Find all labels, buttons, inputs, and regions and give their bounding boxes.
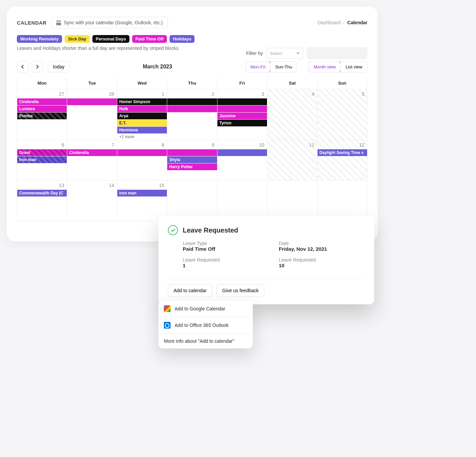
calendar-cell[interactable]: 6GrootIron man	[17, 140, 67, 181]
calendar-event[interactable]: Jasmine	[217, 113, 267, 119]
calendar-cell[interactable]: 3 JasmineTyrion	[217, 89, 267, 140]
sync-label: Sync with your calendar (Google, Outlook…	[64, 20, 162, 25]
day-number: 8	[117, 142, 167, 149]
next-button[interactable]	[32, 61, 43, 72]
calendar-cell[interactable]: 9 ShylaHarry Potter	[167, 140, 217, 181]
calendar-event[interactable]: Groot	[17, 149, 67, 156]
day-number: 5	[318, 91, 367, 98]
breadcrumb-dashboard[interactable]: Dashboard	[318, 20, 341, 25]
calendar-cell[interactable]: 15Iron man	[117, 181, 167, 221]
calendar-event[interactable]: E.T.	[117, 120, 167, 126]
calendar-event[interactable]: Hermione	[117, 127, 167, 133]
calendar-event[interactable]: Daylight Saving Time s	[318, 149, 367, 156]
day-number: 10	[217, 142, 267, 149]
calendar-cell[interactable]	[167, 181, 217, 221]
calendar-cell[interactable]: 7Cinderella	[67, 140, 117, 181]
legend-personal-days[interactable]: Personal Days	[92, 35, 129, 43]
leave-requested-modal: Leave Requested Leave Type Paid Time Off…	[158, 216, 374, 248]
day-number: 6	[17, 142, 67, 149]
breadcrumb-current: Calendar	[347, 20, 367, 25]
day-header: Tue	[67, 77, 117, 89]
calendar-cell[interactable]: 4	[267, 89, 317, 140]
day-header: Mon	[17, 77, 67, 89]
tab-month-view[interactable]: Month view	[308, 61, 341, 72]
calendar-event[interactable]: Harry Potter	[167, 163, 217, 170]
calendar-event[interactable]: Hulk	[117, 105, 167, 112]
calendar-event[interactable]: Lumiere	[17, 105, 67, 112]
calendar-event[interactable]	[167, 149, 217, 156]
calendar-cell[interactable]: 1Homer SimpsonHulkAryaE.T.Hermione+2 mor…	[117, 89, 167, 140]
calendar-cell[interactable]: 27CinderellaLumierePumba	[17, 89, 67, 140]
leave-type-value: Paid Time Off	[183, 246, 269, 248]
calendar-cell[interactable]: 11	[267, 140, 317, 181]
calendar-event[interactable]	[167, 98, 217, 105]
more-events-link[interactable]: +2 more	[117, 134, 167, 140]
calendar-event[interactable]: Cinderella	[17, 98, 67, 105]
tab-list-view[interactable]: List view	[340, 62, 367, 72]
calendar-cell[interactable]: 12Daylight Saving Time s	[318, 140, 367, 181]
filter-row: Filter by Select	[246, 47, 367, 59]
day-header: Sun	[318, 77, 367, 89]
date-value: Friday, Nov 12, 2021	[279, 246, 365, 248]
calendar-event[interactable]: Pumba	[17, 113, 67, 119]
calendar-event[interactable]	[67, 98, 117, 105]
calendar-event[interactable]: Tyrion	[217, 120, 267, 126]
calendar-cell[interactable]	[318, 181, 367, 221]
calendar-cell[interactable]: 14	[67, 181, 117, 221]
calendar-event[interactable]: Iron man	[117, 190, 167, 196]
calendar-cell[interactable]: 13Commonwealth Day (C	[17, 181, 67, 221]
chevron-left-icon	[21, 65, 25, 69]
day-number: 9	[167, 142, 217, 149]
day-number: 7	[67, 142, 117, 149]
calendar-cell[interactable]: 5	[318, 89, 367, 140]
calendar-cell[interactable]: 28	[67, 89, 117, 140]
calendar-event[interactable]	[217, 105, 267, 112]
day-number: 1	[117, 91, 167, 98]
legend-pto[interactable]: Paid Time Off	[132, 35, 167, 43]
day-number: 3	[217, 91, 267, 98]
today-button[interactable]: today	[48, 61, 69, 72]
calendar-cell[interactable]: 8	[117, 140, 167, 181]
calendar-cell[interactable]	[267, 181, 317, 221]
modal-title: Leave Requested	[183, 226, 238, 234]
calendar-icon	[56, 21, 61, 25]
calendar-event[interactable]	[117, 149, 167, 156]
calendar-cell[interactable]: 2	[167, 89, 217, 140]
nav-row: today March 2023 Mon-Fri Sun-Thu Month v…	[17, 61, 367, 72]
calendar-event[interactable]: Cinderella	[67, 149, 117, 156]
tab-mon-fri[interactable]: Mon-Fri	[245, 61, 271, 72]
calendar-event[interactable]: Commonwealth Day (C	[17, 190, 67, 196]
calendar-event[interactable]: Shyla	[167, 156, 217, 163]
day-number: 12	[318, 142, 367, 149]
filter-input[interactable]	[307, 47, 367, 59]
calendar-cell[interactable]	[217, 181, 267, 221]
legend-sick-day[interactable]: Sick Day	[65, 35, 90, 43]
legend-holidays[interactable]: Holidays	[170, 35, 195, 43]
date-label: Date	[279, 241, 365, 246]
calendar-event[interactable]: Homer Simpson	[117, 98, 167, 105]
sync-calendar-button[interactable]: Sync with your calendar (Google, Outlook…	[51, 17, 168, 28]
calendar-event[interactable]: Iron man	[17, 156, 67, 163]
calendar-event[interactable]	[217, 98, 267, 105]
day-number	[318, 182, 367, 184]
calendar-cell[interactable]: 10	[217, 140, 267, 181]
month-title: March 2023	[73, 64, 242, 70]
legend-working-remotely[interactable]: Working Remotely	[17, 35, 62, 43]
day-number: 14	[67, 182, 117, 189]
filter-select[interactable]: Select	[266, 48, 303, 59]
day-header: Sat	[267, 77, 317, 89]
calendar-event[interactable]	[167, 105, 217, 112]
chevron-right-icon	[35, 65, 39, 69]
prev-button[interactable]	[17, 61, 28, 72]
calendar-event[interactable]: Arya	[117, 113, 167, 119]
day-number	[217, 182, 267, 184]
day-header: Wed	[117, 77, 167, 89]
filter-label: Filter by	[246, 51, 263, 56]
tab-sun-thu[interactable]: Sun-Thu	[270, 62, 297, 72]
calendar-event[interactable]	[217, 149, 267, 156]
day-number: 2	[167, 91, 217, 98]
success-check-icon	[168, 225, 178, 235]
week-toggle: Mon-Fri Sun-Thu	[245, 61, 297, 72]
view-toggle: Month view List view	[308, 61, 367, 72]
calendar-app: CALENDAR Sync with your calendar (Google…	[7, 7, 378, 241]
